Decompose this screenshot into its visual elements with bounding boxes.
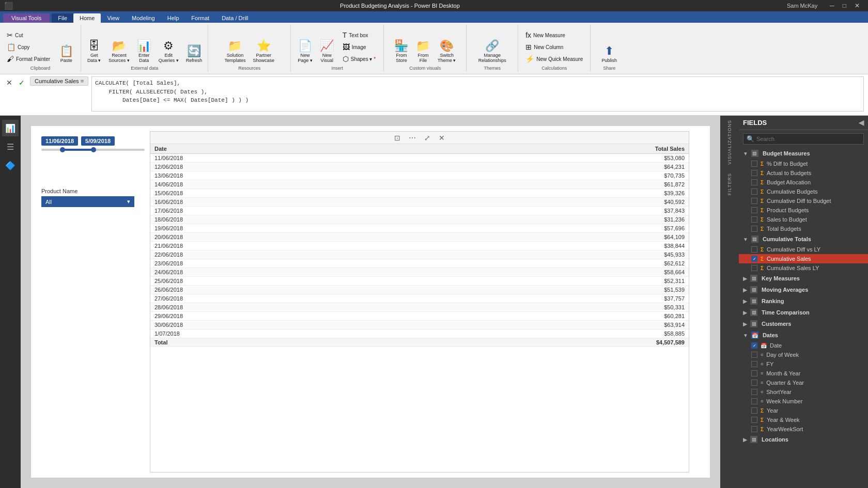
field-checkbox[interactable] (751, 207, 757, 213)
partner-showcase-button[interactable]: ⭐ PartnerShowcase (250, 39, 277, 65)
tab-data-drill[interactable]: Data / Drill (215, 13, 254, 23)
tab-view[interactable]: View (101, 13, 126, 23)
textbox-button[interactable]: TText box (339, 29, 379, 41)
formula-cancel-btn[interactable]: ✕ (4, 77, 14, 88)
field-item-date[interactable]: ✓📅Date (739, 341, 868, 350)
fields-collapse-icon[interactable]: ◀ (859, 119, 864, 127)
field-checkbox[interactable] (751, 389, 757, 395)
field-checkbox[interactable] (751, 226, 757, 232)
field-checkbox[interactable] (751, 370, 757, 376)
publish-button[interactable]: ⬆ Publish (594, 44, 625, 65)
field-checkbox[interactable] (751, 398, 757, 404)
field-checkbox[interactable]: ✓ (751, 256, 757, 262)
paste-button[interactable]: 📋 Paste (55, 44, 78, 65)
field-item-total-budgets[interactable]: ΣTotal Budgets (739, 224, 868, 233)
new-column-button[interactable]: ⊞New Column (522, 41, 586, 53)
edit-queries-button[interactable]: ⚙ EditQueries ▾ (156, 39, 181, 65)
field-item-cumulative-diff-vs-ly[interactable]: ΣCumulative Diff vs LY (739, 245, 868, 254)
field-checkbox[interactable] (751, 246, 757, 253)
format-painter-button[interactable]: 🖌Format Painter (3, 53, 54, 65)
formula-ok-btn[interactable]: ✓ (17, 77, 27, 88)
field-item-week-number[interactable]: ≡Week Number (739, 397, 868, 406)
field-checkbox[interactable] (751, 352, 757, 358)
field-item-year-&-week[interactable]: ΣYear & Week (739, 415, 868, 424)
field-item-product-budgets[interactable]: ΣProduct Budgets (739, 206, 868, 215)
date-slider[interactable] (41, 149, 145, 151)
field-checkbox[interactable] (751, 198, 757, 204)
field-group-customers[interactable]: ▶▤Customers (739, 318, 868, 329)
field-item-cumulative-sales-ly[interactable]: ΣCumulative Sales LY (739, 263, 868, 273)
refresh-button[interactable]: 🔄 Refresh (183, 44, 205, 65)
field-checkbox[interactable] (751, 216, 757, 223)
tab-tools[interactable]: Visual Tools (3, 13, 50, 23)
nav-report-icon[interactable]: 📊 (2, 120, 19, 136)
field-checkbox[interactable] (751, 361, 757, 367)
field-checkbox[interactable] (751, 179, 757, 185)
field-checkbox[interactable] (751, 417, 757, 423)
field-checkbox[interactable] (751, 161, 757, 167)
field-item-cumulative-budgets[interactable]: ΣCumulative Budgets (739, 187, 868, 196)
maximize-btn[interactable]: □ (839, 2, 850, 9)
col-header-date[interactable]: Date (150, 144, 415, 154)
field-group-budget-measures[interactable]: ▼▤Budget Measures (739, 148, 868, 159)
enter-data-button[interactable]: 📊 EnterData (134, 39, 154, 65)
field-checkbox[interactable] (751, 380, 757, 386)
field-group-time-comparison[interactable]: ▶▤Time Comparison (739, 307, 868, 318)
close-btn[interactable]: ✕ (850, 2, 864, 9)
field-group-cumulative-totals[interactable]: ▼▤Cumulative Totals (739, 233, 868, 245)
shapes-button[interactable]: ⬡Shapes ▾ * (339, 53, 379, 65)
field-item-%-diff-to-budget[interactable]: Σ% Diff to Budget (739, 159, 868, 168)
table-scroll-area[interactable]: Date Total Sales 11/06/2018$53,08012/06/… (150, 144, 689, 347)
switch-theme-button[interactable]: 🎨 SwitchTheme ▾ (435, 39, 459, 65)
solution-templates-button[interactable]: 📁 SolutionTemplates (222, 39, 248, 65)
field-checkbox[interactable] (751, 170, 757, 176)
tab-file[interactable]: File (52, 13, 73, 23)
from-file-button[interactable]: 📁 FromFile (413, 39, 433, 65)
field-group-moving-averages[interactable]: ▶▤Moving Averages (739, 284, 868, 295)
field-item-budget-allocation[interactable]: ΣBudget Allocation (739, 178, 868, 187)
field-item-shortyear[interactable]: ≡ShortYear (739, 387, 868, 397)
search-input[interactable] (756, 136, 860, 142)
field-checkbox[interactable]: ✓ (751, 342, 757, 349)
formula-input[interactable]: CALCULATE( [Total Sales], FILTER( ALLSEL… (91, 76, 864, 112)
image-button[interactable]: 🖼Image (339, 41, 379, 53)
new-visual-button[interactable]: 📈 NewVisual (317, 39, 337, 65)
date-slider-thumb-right[interactable] (91, 147, 96, 152)
field-item-sales-to-budget[interactable]: ΣSales to Budget (739, 215, 868, 224)
date-end[interactable]: 5/09/2018 (81, 136, 115, 146)
tab-modeling[interactable]: Modeling (126, 13, 161, 23)
field-item-year[interactable]: ΣYear (739, 406, 868, 415)
filters-panel-label[interactable]: FILTERS (725, 169, 734, 199)
field-checkbox[interactable] (751, 407, 757, 414)
field-item-actual-to-budgets[interactable]: ΣActual to Budgets (739, 168, 868, 178)
visualizations-panel-label[interactable]: VISUALIZATIONS (725, 116, 734, 169)
product-filter-select[interactable]: All ▾ (41, 196, 134, 207)
minimize-btn[interactable]: ─ (826, 2, 839, 9)
manage-relationships-button[interactable]: 🔗 ManageRelationships (472, 39, 513, 65)
field-group-key-measures[interactable]: ▶▤Key Measures (739, 273, 868, 284)
get-data-button[interactable]: 🗄 GetData ▾ (84, 39, 104, 65)
visual-expand-icon[interactable]: ⊡ (392, 134, 402, 142)
field-checkbox[interactable] (751, 188, 757, 195)
nav-model-icon[interactable]: 🔷 (2, 157, 19, 174)
field-checkbox[interactable] (751, 265, 757, 271)
field-checkbox[interactable] (751, 426, 757, 432)
recent-sources-button[interactable]: 📂 RecentSources ▾ (106, 39, 132, 65)
field-group-ranking[interactable]: ▶▤Ranking (739, 295, 868, 307)
field-group-dates[interactable]: ▼📅Dates (739, 329, 868, 341)
field-item-fy[interactable]: ≡FY (739, 359, 868, 369)
field-item-month-&-year[interactable]: ≡Month & Year (739, 369, 868, 378)
date-start[interactable]: 11/06/2018 (41, 136, 78, 146)
nav-data-icon[interactable]: ☰ (2, 138, 19, 155)
tab-format[interactable]: Format (185, 13, 215, 23)
tab-help[interactable]: Help (161, 13, 185, 23)
field-item-yearweeksort[interactable]: ΣYearWeekSort (739, 424, 868, 434)
visual-more-options-icon[interactable]: ⋯ (407, 134, 418, 142)
visual-close-icon[interactable]: ✕ (437, 134, 447, 142)
col-header-total-sales[interactable]: Total Sales (415, 144, 689, 154)
visual-fullscreen-icon[interactable]: ⤢ (422, 134, 432, 142)
field-item-quarter-&-year[interactable]: ≡Quarter & Year (739, 378, 868, 387)
field-item-cumulative-sales[interactable]: ✓ΣCumulative Sales (739, 254, 868, 263)
tab-home[interactable]: Home (73, 13, 101, 23)
cut-button[interactable]: ✂Cut (3, 29, 54, 41)
